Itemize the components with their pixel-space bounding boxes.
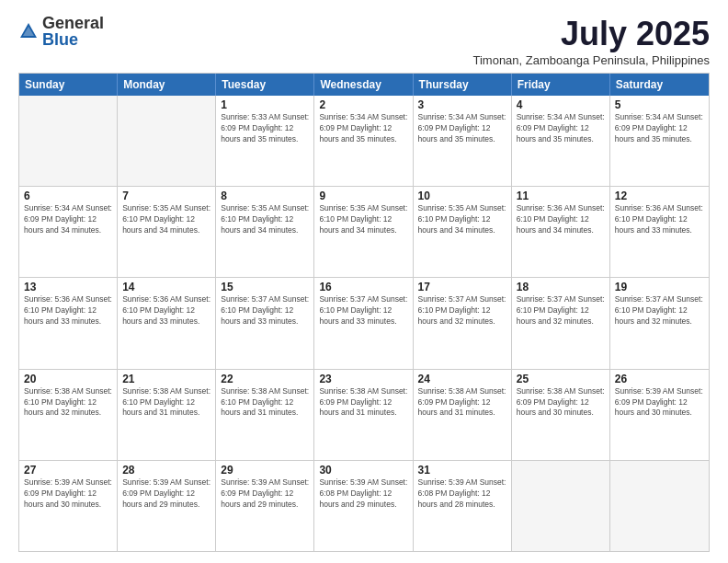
day-info: Sunrise: 5:36 AM Sunset: 6:10 PM Dayligh… bbox=[615, 203, 704, 236]
calendar-cell: 12Sunrise: 5:36 AM Sunset: 6:10 PM Dayli… bbox=[610, 187, 709, 277]
calendar-week: 13Sunrise: 5:36 AM Sunset: 6:10 PM Dayli… bbox=[19, 278, 709, 369]
day-info: Sunrise: 5:36 AM Sunset: 6:10 PM Dayligh… bbox=[122, 294, 210, 327]
calendar-cell bbox=[610, 461, 709, 551]
day-number: 7 bbox=[122, 190, 210, 202]
calendar-header-cell: Thursday bbox=[414, 74, 512, 96]
day-number: 2 bbox=[319, 98, 407, 111]
day-number: 13 bbox=[24, 281, 112, 293]
calendar-cell: 1Sunrise: 5:33 AM Sunset: 6:09 PM Daylig… bbox=[216, 96, 314, 186]
calendar-header-cell: Friday bbox=[512, 74, 610, 96]
day-info: Sunrise: 5:37 AM Sunset: 6:10 PM Dayligh… bbox=[418, 294, 506, 327]
day-number: 9 bbox=[319, 190, 407, 202]
calendar-cell: 20Sunrise: 5:38 AM Sunset: 6:10 PM Dayli… bbox=[19, 370, 118, 460]
day-info: Sunrise: 5:38 AM Sunset: 6:10 PM Dayligh… bbox=[122, 386, 210, 419]
day-info: Sunrise: 5:34 AM Sunset: 6:09 PM Dayligh… bbox=[615, 112, 704, 145]
calendar-cell: 31Sunrise: 5:39 AM Sunset: 6:08 PM Dayli… bbox=[414, 461, 512, 551]
calendar-cell: 17Sunrise: 5:37 AM Sunset: 6:10 PM Dayli… bbox=[414, 278, 512, 368]
day-number: 30 bbox=[319, 464, 407, 477]
day-info: Sunrise: 5:39 AM Sunset: 6:08 PM Dayligh… bbox=[319, 477, 407, 511]
day-info: Sunrise: 5:36 AM Sunset: 6:10 PM Dayligh… bbox=[24, 294, 112, 327]
day-number: 3 bbox=[418, 98, 506, 111]
calendar-cell bbox=[118, 96, 216, 186]
calendar-cell: 19Sunrise: 5:37 AM Sunset: 6:10 PM Dayli… bbox=[610, 278, 709, 368]
day-number: 8 bbox=[221, 190, 309, 202]
calendar-cell: 2Sunrise: 5:34 AM Sunset: 6:09 PM Daylig… bbox=[314, 96, 413, 186]
calendar-body: 1Sunrise: 5:33 AM Sunset: 6:09 PM Daylig… bbox=[19, 96, 709, 551]
day-number: 31 bbox=[418, 464, 506, 477]
calendar-cell: 30Sunrise: 5:39 AM Sunset: 6:08 PM Dayli… bbox=[314, 461, 413, 551]
day-info: Sunrise: 5:37 AM Sunset: 6:10 PM Dayligh… bbox=[221, 294, 309, 327]
day-info: Sunrise: 5:39 AM Sunset: 6:09 PM Dayligh… bbox=[24, 477, 112, 511]
calendar-cell: 25Sunrise: 5:38 AM Sunset: 6:09 PM Dayli… bbox=[512, 370, 610, 460]
calendar-header-row: SundayMondayTuesdayWednesdayThursdayFrid… bbox=[19, 74, 709, 96]
calendar-week: 20Sunrise: 5:38 AM Sunset: 6:10 PM Dayli… bbox=[19, 370, 709, 461]
day-number: 16 bbox=[319, 281, 407, 293]
calendar-header-cell: Tuesday bbox=[216, 74, 314, 96]
calendar-header-cell: Saturday bbox=[610, 74, 709, 96]
day-info: Sunrise: 5:34 AM Sunset: 6:09 PM Dayligh… bbox=[418, 112, 506, 145]
day-number: 10 bbox=[418, 190, 506, 202]
day-info: Sunrise: 5:39 AM Sunset: 6:09 PM Dayligh… bbox=[221, 477, 309, 511]
day-number: 29 bbox=[221, 464, 309, 477]
day-info: Sunrise: 5:35 AM Sunset: 6:10 PM Dayligh… bbox=[122, 203, 210, 236]
logo-icon bbox=[18, 21, 39, 41]
logo-general: General bbox=[42, 15, 104, 31]
logo-blue: Blue bbox=[42, 31, 104, 48]
calendar-cell: 23Sunrise: 5:38 AM Sunset: 6:09 PM Dayli… bbox=[314, 370, 413, 460]
logo-text: General Blue bbox=[42, 15, 104, 48]
calendar-cell bbox=[19, 96, 118, 186]
day-info: Sunrise: 5:38 AM Sunset: 6:10 PM Dayligh… bbox=[24, 386, 112, 419]
calendar-cell: 22Sunrise: 5:38 AM Sunset: 6:10 PM Dayli… bbox=[216, 370, 314, 460]
calendar-cell: 28Sunrise: 5:39 AM Sunset: 6:09 PM Dayli… bbox=[118, 461, 216, 551]
calendar-cell: 24Sunrise: 5:38 AM Sunset: 6:09 PM Dayli… bbox=[414, 370, 512, 460]
calendar-week: 6Sunrise: 5:34 AM Sunset: 6:09 PM Daylig… bbox=[19, 187, 709, 278]
day-info: Sunrise: 5:38 AM Sunset: 6:09 PM Dayligh… bbox=[517, 386, 605, 419]
calendar-week: 27Sunrise: 5:39 AM Sunset: 6:09 PM Dayli… bbox=[19, 461, 709, 551]
day-number: 25 bbox=[517, 373, 605, 385]
day-info: Sunrise: 5:34 AM Sunset: 6:09 PM Dayligh… bbox=[319, 112, 407, 145]
day-info: Sunrise: 5:33 AM Sunset: 6:09 PM Dayligh… bbox=[221, 112, 309, 145]
calendar: SundayMondayTuesdayWednesdayThursdayFrid… bbox=[18, 73, 710, 552]
calendar-cell: 14Sunrise: 5:36 AM Sunset: 6:10 PM Dayli… bbox=[118, 278, 216, 368]
calendar-cell: 29Sunrise: 5:39 AM Sunset: 6:09 PM Dayli… bbox=[216, 461, 314, 551]
calendar-cell: 6Sunrise: 5:34 AM Sunset: 6:09 PM Daylig… bbox=[19, 187, 118, 277]
day-number: 21 bbox=[122, 373, 210, 385]
day-number: 27 bbox=[24, 464, 112, 477]
calendar-cell: 15Sunrise: 5:37 AM Sunset: 6:10 PM Dayli… bbox=[216, 278, 314, 368]
calendar-week: 1Sunrise: 5:33 AM Sunset: 6:09 PM Daylig… bbox=[19, 96, 709, 187]
day-number: 18 bbox=[517, 281, 605, 293]
calendar-header-cell: Wednesday bbox=[314, 74, 413, 96]
day-info: Sunrise: 5:38 AM Sunset: 6:09 PM Dayligh… bbox=[418, 386, 506, 419]
day-info: Sunrise: 5:38 AM Sunset: 6:09 PM Dayligh… bbox=[319, 386, 407, 419]
day-number: 15 bbox=[221, 281, 309, 293]
logo: General Blue bbox=[18, 15, 104, 48]
calendar-cell: 16Sunrise: 5:37 AM Sunset: 6:10 PM Dayli… bbox=[314, 278, 413, 368]
day-number: 5 bbox=[615, 98, 704, 111]
calendar-header-cell: Monday bbox=[118, 74, 216, 96]
page: General Blue July 2025 Timonan, Zamboang… bbox=[0, 0, 728, 563]
day-number: 24 bbox=[418, 373, 506, 385]
day-number: 6 bbox=[24, 190, 112, 202]
day-number: 1 bbox=[221, 98, 309, 111]
calendar-cell: 18Sunrise: 5:37 AM Sunset: 6:10 PM Dayli… bbox=[512, 278, 610, 368]
day-info: Sunrise: 5:35 AM Sunset: 6:10 PM Dayligh… bbox=[418, 203, 506, 236]
day-number: 4 bbox=[517, 98, 605, 111]
calendar-cell: 21Sunrise: 5:38 AM Sunset: 6:10 PM Dayli… bbox=[118, 370, 216, 460]
day-number: 26 bbox=[615, 373, 704, 385]
day-info: Sunrise: 5:34 AM Sunset: 6:09 PM Dayligh… bbox=[517, 112, 605, 145]
day-info: Sunrise: 5:37 AM Sunset: 6:10 PM Dayligh… bbox=[319, 294, 407, 327]
calendar-cell: 7Sunrise: 5:35 AM Sunset: 6:10 PM Daylig… bbox=[118, 187, 216, 277]
day-number: 12 bbox=[615, 190, 704, 202]
day-number: 19 bbox=[615, 281, 704, 293]
day-info: Sunrise: 5:37 AM Sunset: 6:10 PM Dayligh… bbox=[517, 294, 605, 327]
title-block: July 2025 Timonan, Zamboanga Peninsula, … bbox=[472, 15, 710, 67]
calendar-cell bbox=[512, 461, 610, 551]
calendar-cell: 3Sunrise: 5:34 AM Sunset: 6:09 PM Daylig… bbox=[414, 96, 512, 186]
calendar-cell: 11Sunrise: 5:36 AM Sunset: 6:10 PM Dayli… bbox=[512, 187, 610, 277]
day-number: 17 bbox=[418, 281, 506, 293]
day-info: Sunrise: 5:39 AM Sunset: 6:08 PM Dayligh… bbox=[418, 477, 506, 511]
calendar-cell: 8Sunrise: 5:35 AM Sunset: 6:10 PM Daylig… bbox=[216, 187, 314, 277]
day-info: Sunrise: 5:35 AM Sunset: 6:10 PM Dayligh… bbox=[221, 203, 309, 236]
calendar-header-cell: Sunday bbox=[19, 74, 118, 96]
day-number: 28 bbox=[122, 464, 210, 477]
